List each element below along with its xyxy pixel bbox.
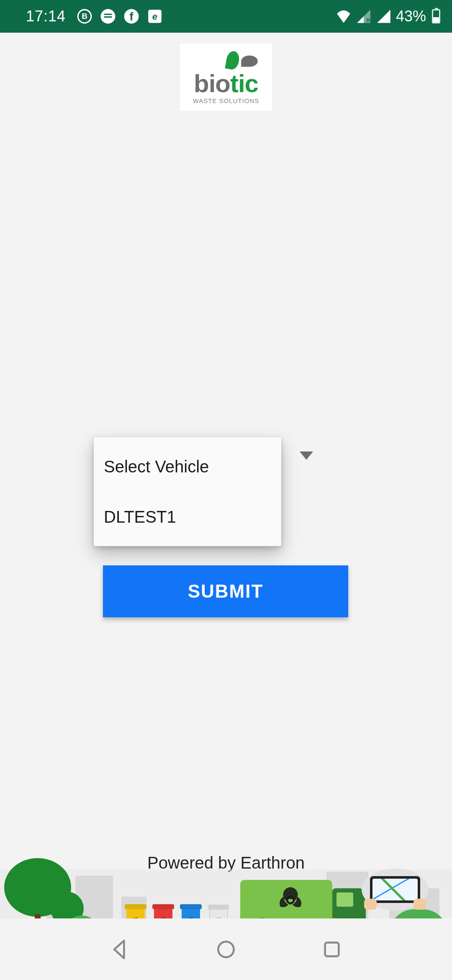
logo-text-tic: tic xyxy=(230,70,258,98)
logo-leaves-icon xyxy=(226,50,256,71)
svg-text:f: f xyxy=(129,10,134,23)
submit-button[interactable]: SUBMIT xyxy=(103,565,348,617)
nav-home-button[interactable] xyxy=(214,938,238,961)
waste-bin-blue-icon: ☣ xyxy=(182,908,200,918)
main-content: biotic WASTE SOLUTIONS Select Vehicle DL… xyxy=(0,33,452,918)
battery-percent: 43% xyxy=(396,8,426,25)
app-logo: biotic WASTE SOLUTIONS xyxy=(180,44,272,111)
battery-icon xyxy=(432,9,440,23)
vehicle-dropdown-popup: Select Vehicle DLTEST1 xyxy=(94,437,281,546)
svg-text:B: B xyxy=(82,12,87,21)
logo-wordmark: biotic xyxy=(193,71,259,96)
signal-roaming-icon: R xyxy=(356,8,372,24)
svg-text:R: R xyxy=(366,18,370,23)
dropdown-placeholder-item[interactable]: Select Vehicle xyxy=(94,441,281,492)
system-nav-bar xyxy=(0,918,452,980)
svg-point-9 xyxy=(218,941,234,957)
messaging-icon xyxy=(100,8,116,24)
waste-bin-red-icon: ☣ xyxy=(154,908,172,918)
waste-bin-white-icon: ☣ xyxy=(209,908,228,918)
app-e-icon: e xyxy=(147,8,163,24)
garbage-truck-icon xyxy=(240,876,366,918)
tree-icon xyxy=(50,892,84,918)
nav-back-button[interactable] xyxy=(108,938,132,961)
notification-b-icon: B xyxy=(77,8,92,24)
logo-subtitle: WASTE SOLUTIONS xyxy=(193,97,259,104)
status-bar: 17:14 B f e R 43% xyxy=(0,0,452,33)
dropdown-option-item[interactable]: DLTEST1 xyxy=(94,492,281,542)
biohazard-icon xyxy=(274,883,307,917)
logo-text-bio: bio xyxy=(194,70,230,98)
wifi-icon xyxy=(336,8,352,24)
status-time: 17:14 xyxy=(26,8,66,25)
status-right: R 43% xyxy=(336,8,440,25)
dropdown-caret-icon[interactable] xyxy=(300,451,313,460)
map-tracking-icon xyxy=(362,869,429,910)
status-left: 17:14 B f e xyxy=(26,8,163,25)
svg-text:e: e xyxy=(152,11,157,22)
facebook-icon: f xyxy=(123,8,139,24)
svg-rect-10 xyxy=(325,942,339,956)
waste-bin-yellow-icon: ☣ xyxy=(126,908,145,918)
signal-icon xyxy=(376,8,392,24)
nav-recent-button[interactable] xyxy=(320,938,344,961)
